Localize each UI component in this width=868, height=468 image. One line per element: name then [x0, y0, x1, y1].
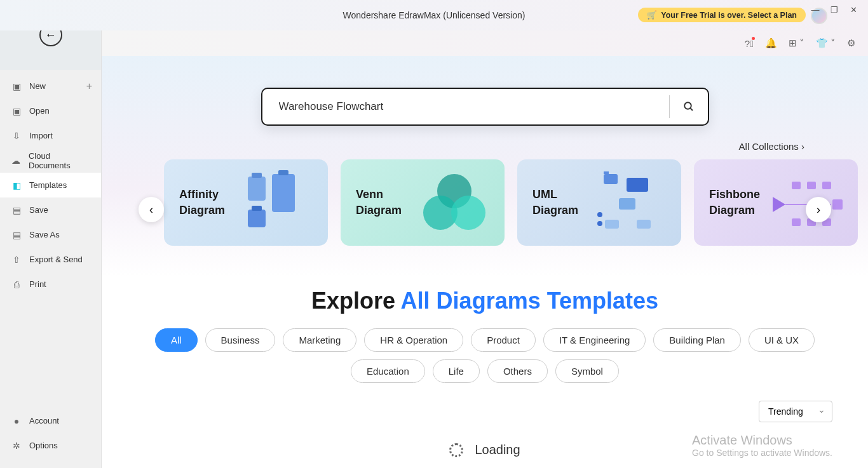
sidebar-item-options[interactable]: ✲ Options	[0, 433, 101, 458]
folder-icon: ▣	[11, 106, 22, 116]
sidebar-item-saveas[interactable]: ▤ Save As	[0, 222, 101, 247]
sidebar-item-label: Templates	[29, 180, 67, 190]
sidebar-item-open[interactable]: ▣ Open	[0, 98, 101, 123]
bell-icon[interactable]: 🔔	[765, 37, 777, 49]
search-bar	[261, 88, 709, 126]
sidebar-item-label: Print	[29, 279, 46, 289]
sidebar-item-label: Options	[29, 441, 58, 450]
card-uml-diagram[interactable]: UMLDiagram	[517, 159, 681, 246]
print-icon: ⎙	[11, 279, 22, 290]
pill-others[interactable]: Others	[487, 359, 548, 383]
app-title: Wondershare EdrawMax (Unlicensed Version…	[343, 10, 526, 20]
export-icon: ⇧	[11, 255, 22, 265]
main-content: All Collections › ‹ AffinityDiagram Venn…	[102, 56, 868, 468]
sidebar-item-print[interactable]: ⎙ Print	[0, 272, 101, 297]
card-affinity-diagram[interactable]: AffinityDiagram	[164, 159, 328, 246]
search-button[interactable]	[670, 101, 708, 112]
carousel-prev-button[interactable]: ‹	[139, 197, 164, 222]
trial-banner[interactable]: 🛒 Your Free Trial is over. Select a Plan	[638, 8, 806, 22]
pill-marketing[interactable]: Marketing	[283, 328, 356, 352]
card-venn-diagram[interactable]: VennDiagram	[341, 159, 505, 246]
settings-icon[interactable]: ⚙	[847, 37, 855, 49]
affinity-graphic	[243, 174, 313, 231]
explore-heading: Explore All Diagrams Templates	[102, 277, 868, 328]
sort-dropdown[interactable]: Trending	[759, 401, 832, 422]
sidebar-item-new[interactable]: ▣ New +	[0, 74, 101, 98]
windows-watermark: Activate Windows Go to Settings to activ…	[692, 433, 832, 458]
pill-ui-ux[interactable]: UI & UX	[749, 328, 815, 352]
trial-text: Your Free Trial is over. Select a Plan	[661, 11, 797, 20]
apps-icon[interactable]: ⊞ ˅	[789, 37, 804, 49]
pill-product[interactable]: Product	[471, 328, 536, 352]
sidebar-bottom: ● Account ✲ Options	[0, 408, 101, 458]
sidebar-menu: ▣ New + ▣ Open ⇩ Import ☁ Cloud Document…	[0, 70, 101, 297]
pill-building-plan[interactable]: Building Plan	[653, 328, 741, 352]
sort-row: Trending	[102, 383, 868, 422]
pill-business[interactable]: Business	[205, 328, 276, 352]
pill-life[interactable]: Life	[433, 359, 480, 383]
pill-all[interactable]: All	[155, 328, 198, 352]
titlebar: Wondershare EdrawMax (Unlicensed Version…	[0, 0, 868, 30]
svg-line-1	[690, 108, 693, 110]
svg-point-0	[684, 102, 691, 109]
sidebar-item-import[interactable]: ⇩ Import	[0, 123, 101, 148]
sidebar: ← ▣ New + ▣ Open ⇩ Import ☁ Cloud Docume…	[0, 0, 102, 468]
minimize-button[interactable]: —	[806, 0, 825, 19]
template-cards-row: ‹ AffinityDiagram VennDiagram	[127, 159, 843, 265]
templates-icon: ◧	[11, 180, 22, 191]
window-controls: — ❐ ✕	[806, 0, 863, 19]
sidebar-item-save[interactable]: ▤ Save	[0, 197, 101, 222]
sidebar-item-label: New	[29, 81, 46, 91]
venn-graphic	[419, 174, 489, 231]
card-fishbone-diagram[interactable]: FishboneDiagram	[694, 159, 858, 246]
gear-icon: ✲	[11, 441, 22, 451]
spinner-icon	[449, 443, 463, 457]
card-title: UMLDiagram	[532, 187, 596, 218]
import-icon: ⇩	[11, 131, 22, 141]
secondary-toolbar: ?⃝ 🔔 ⊞ ˅ 👕 ˅ ⚙	[102, 30, 868, 56]
sidebar-item-label: Export & Send	[29, 255, 83, 264]
pill-hr-operation[interactable]: HR & Operation	[364, 328, 463, 352]
sidebar-item-templates[interactable]: ◧ Templates	[0, 173, 101, 197]
all-collections-link[interactable]: All Collections ›	[127, 126, 843, 159]
sidebar-item-label: Account	[29, 416, 59, 425]
plus-square-icon: ▣	[11, 81, 22, 91]
hero-section: All Collections › ‹ AffinityDiagram Venn…	[102, 56, 868, 277]
saveas-icon: ▤	[11, 230, 22, 240]
pill-education[interactable]: Education	[351, 359, 425, 383]
chevron-right-icon: ›	[801, 141, 804, 152]
cloud-icon: ☁	[11, 156, 21, 166]
pill-symbol[interactable]: Symbol	[555, 359, 619, 383]
add-icon[interactable]: +	[86, 81, 92, 92]
sidebar-item-label: Open	[29, 106, 50, 116]
pill-it-engineering[interactable]: IT & Engineering	[543, 328, 646, 352]
maximize-button[interactable]: ❐	[825, 0, 844, 19]
sidebar-item-account[interactable]: ● Account	[0, 408, 101, 433]
save-icon: ▤	[11, 205, 22, 215]
sidebar-item-label: Save As	[29, 230, 60, 239]
uml-graphic	[596, 174, 666, 231]
user-icon: ●	[11, 416, 22, 426]
card-title: VennDiagram	[356, 187, 419, 218]
card-title: FishboneDiagram	[709, 187, 773, 218]
sidebar-item-label: Import	[29, 131, 53, 140]
theme-icon[interactable]: 👕 ˅	[816, 37, 836, 49]
sidebar-item-label: Save	[29, 205, 48, 215]
sidebar-item-export[interactable]: ⇧ Export & Send	[0, 247, 101, 272]
carousel-next-button[interactable]: ›	[806, 197, 831, 222]
category-pills: All Business Marketing HR & Operation Pr…	[102, 328, 868, 383]
sidebar-item-cloud[interactable]: ☁ Cloud Documents	[0, 148, 101, 173]
sidebar-item-label: Cloud Documents	[29, 151, 90, 170]
search-icon	[683, 101, 695, 112]
help-icon[interactable]: ?⃝	[745, 38, 754, 49]
close-button[interactable]: ✕	[844, 0, 863, 19]
cart-icon: 🛒	[647, 10, 657, 20]
card-title: AffinityDiagram	[179, 187, 243, 218]
search-input[interactable]	[262, 100, 669, 113]
